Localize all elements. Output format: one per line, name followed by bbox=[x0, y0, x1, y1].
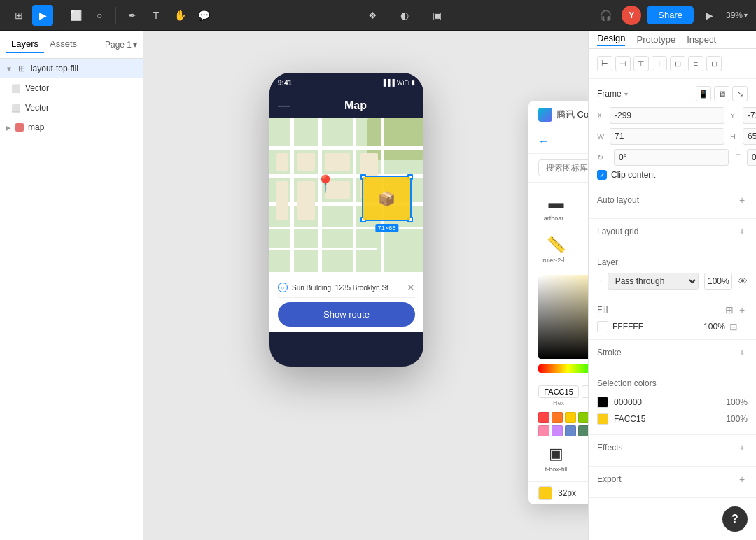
dialog-footer: 32px 前往团队图标库 → bbox=[528, 481, 588, 504]
blend-mode-select[interactable]: Pass through bbox=[608, 273, 699, 290]
fill-texture-icon[interactable]: ⊟ bbox=[729, 321, 738, 332]
color-pct-yellow: 100% bbox=[726, 414, 748, 424]
location-close-icon[interactable]: ✕ bbox=[407, 282, 415, 293]
clip-content-checkbox[interactable]: ✓ bbox=[597, 170, 607, 180]
fill-grid-icon[interactable]: ⊞ bbox=[725, 304, 734, 315]
tab-design[interactable]: Design bbox=[597, 33, 625, 46]
visibility-eye-icon[interactable]: 👁 bbox=[738, 276, 748, 287]
icon-pencil-fill[interactable]: ✏ pencil-fill bbox=[581, 230, 588, 269]
swatch-forest[interactable] bbox=[578, 425, 588, 436]
color-swatch-black[interactable] bbox=[597, 397, 608, 408]
show-route-button[interactable]: Show route bbox=[278, 302, 415, 327]
color-swatch-yellow[interactable] bbox=[597, 413, 608, 425]
select-icon[interactable]: ▶ bbox=[32, 5, 53, 26]
tab-inspect[interactable]: Inspect bbox=[687, 34, 716, 45]
share-button[interactable]: Share bbox=[647, 6, 694, 24]
layer-item-layout-top-fill[interactable]: ▼ ⊞ layout-top-fill bbox=[0, 59, 143, 78]
color-name-yellow: FACC15 bbox=[614, 414, 720, 424]
frame-icon[interactable]: ⬜ bbox=[65, 5, 86, 26]
frame-menu-icon[interactable]: ▣ bbox=[426, 5, 447, 26]
effects-header: Effects + bbox=[597, 442, 748, 453]
swatch-yellow[interactable] bbox=[565, 412, 576, 423]
comment-icon[interactable]: 💬 bbox=[193, 5, 214, 26]
align-left-btn[interactable]: ⊢ bbox=[597, 56, 612, 71]
vector-icon-2: ⬜ bbox=[11, 103, 21, 113]
fill-hex-label: FFFFFF bbox=[612, 322, 696, 332]
tab-layers[interactable]: Layers bbox=[6, 36, 44, 53]
icon-artboard[interactable]: ▬ artboar... bbox=[534, 188, 578, 227]
fill-header: Fill ⊞ + bbox=[597, 304, 748, 315]
grid-icon[interactable]: ⊞ bbox=[8, 5, 29, 26]
rotation-label: ↻ bbox=[597, 153, 611, 162]
hex-input[interactable] bbox=[538, 385, 579, 398]
color-gradient[interactable] bbox=[538, 275, 588, 359]
right-panel: Design Prototype Inspect ⊢ ⊣ ⊤ ⊥ ⊞ ≡ ⊟ F… bbox=[588, 31, 756, 540]
w-input[interactable] bbox=[610, 128, 724, 145]
selection-colors-title: Selection colors bbox=[597, 378, 657, 388]
fill-add-btn[interactable]: + bbox=[736, 304, 748, 315]
export-add-btn[interactable]: + bbox=[736, 474, 748, 485]
layer-section-header: Layer bbox=[597, 257, 748, 267]
swatch-red[interactable] bbox=[538, 412, 550, 423]
headphone-icon[interactable]: 🎧 bbox=[595, 5, 616, 26]
app-logo-icon bbox=[538, 108, 552, 122]
fill-minus-btn[interactable]: − bbox=[742, 321, 748, 332]
layer-item-vector-1[interactable]: ⬜ Vector bbox=[0, 78, 143, 98]
stroke-add-btn[interactable]: + bbox=[736, 347, 748, 358]
h-input[interactable] bbox=[743, 128, 756, 145]
x-field: X bbox=[597, 107, 724, 124]
hand-icon[interactable]: ✋ bbox=[169, 5, 190, 26]
swatch-lavender[interactable] bbox=[552, 425, 563, 436]
dialog-back-icon[interactable]: ← bbox=[538, 135, 550, 148]
align-center-v-btn[interactable]: ⊞ bbox=[670, 56, 685, 71]
resize-frame-icon[interactable]: ⤡ bbox=[732, 86, 748, 101]
layer-item-vector-2[interactable]: ⬜ Vector bbox=[0, 98, 143, 118]
play-icon[interactable]: ▶ bbox=[699, 5, 720, 26]
radius-input[interactable] bbox=[747, 149, 756, 166]
pen-icon[interactable]: ✒ bbox=[122, 5, 143, 26]
zoom-control[interactable]: 39% ▾ bbox=[726, 10, 748, 20]
text-icon[interactable]: T bbox=[146, 5, 167, 26]
r-input[interactable] bbox=[582, 385, 588, 398]
swatch-slate[interactable] bbox=[565, 425, 576, 436]
component-icon[interactable]: ❖ bbox=[362, 5, 383, 26]
tab-prototype[interactable]: Prototype bbox=[636, 34, 676, 45]
help-button[interactable]: ? bbox=[722, 506, 748, 532]
hue-bar[interactable] bbox=[538, 364, 588, 373]
icon-t-box[interactable]: ▣ t-box-fill bbox=[534, 439, 578, 478]
opacity-input[interactable] bbox=[704, 273, 732, 290]
align-center-h-btn[interactable]: ⊣ bbox=[615, 56, 631, 71]
icon-layout-c[interactable]: ⊞ layout-c... bbox=[581, 188, 588, 227]
dialog-nav: ← 设计类图标 bbox=[528, 129, 588, 154]
phone-back-icon[interactable]: — bbox=[278, 98, 290, 113]
contrast-icon[interactable]: ◐ bbox=[394, 5, 415, 26]
dialog-search-input[interactable] bbox=[538, 159, 588, 176]
layout-grid-add-btn[interactable]: + bbox=[736, 226, 748, 237]
auto-layout-add-btn[interactable]: + bbox=[736, 194, 748, 206]
selection-box: 📦 71×65 bbox=[362, 176, 412, 221]
effects-add-btn[interactable]: + bbox=[736, 442, 748, 453]
shape-icon[interactable]: ○ bbox=[89, 5, 110, 26]
phone-frame-icon[interactable]: 📱 bbox=[696, 86, 711, 101]
x-input[interactable] bbox=[610, 107, 724, 124]
y-input[interactable] bbox=[743, 107, 756, 124]
desktop-frame-icon[interactable]: 🖥 bbox=[714, 86, 729, 101]
rotation-input[interactable] bbox=[614, 149, 729, 166]
selected-element-preview: 📦 bbox=[363, 177, 410, 220]
fill-color-swatch[interactable] bbox=[597, 321, 608, 332]
layer-item-map[interactable]: ▶ map bbox=[0, 118, 143, 137]
swatch-lime[interactable] bbox=[578, 412, 588, 423]
distribute-btn[interactable]: ⊟ bbox=[706, 56, 722, 71]
icon-grid-line[interactable]: ⊟ grid-line bbox=[581, 439, 588, 478]
icon-ruler[interactable]: 📏 ruler-2-l... bbox=[534, 230, 578, 269]
tab-assets[interactable]: Assets bbox=[44, 36, 83, 53]
align-bottom-btn[interactable]: ≡ bbox=[688, 56, 704, 71]
phone-bottom-panel: ○ Sun Building, 1235 Brooklyn St ✕ Show … bbox=[270, 272, 424, 332]
page-selector[interactable]: Page 1 ▾ bbox=[105, 40, 137, 50]
swatch-orange[interactable] bbox=[552, 412, 563, 423]
map-road-h5 bbox=[270, 248, 377, 250]
align-top-btn[interactable]: ⊥ bbox=[652, 56, 667, 71]
align-right-btn[interactable]: ⊤ bbox=[634, 56, 649, 71]
frame-label[interactable]: Frame ▾ bbox=[597, 89, 628, 99]
swatch-lightpink[interactable] bbox=[538, 425, 550, 436]
